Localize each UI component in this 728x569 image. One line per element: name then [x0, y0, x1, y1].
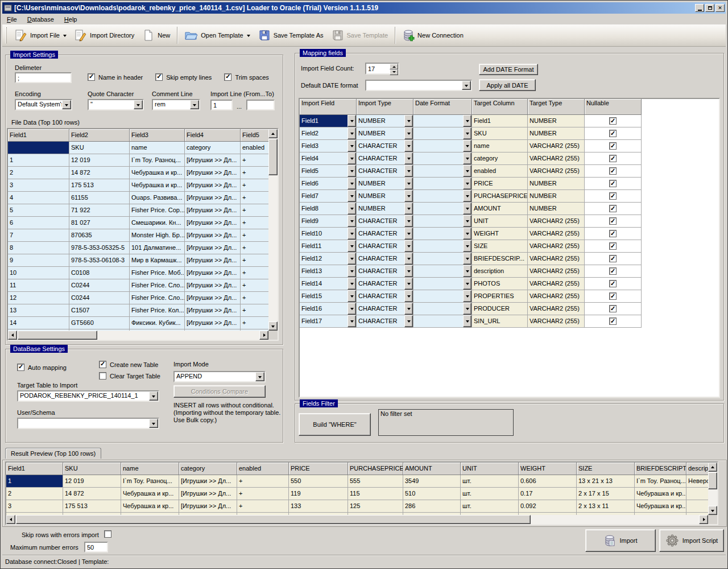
- grid-cell[interactable]: 0.606: [519, 475, 577, 488]
- target-type-cell[interactable]: VARCHAR2 (255): [528, 303, 585, 315]
- dropdown-button[interactable]: [463, 265, 471, 277]
- grid-cell[interactable]: 978-5-353-06108-3: [69, 254, 130, 267]
- scroll-thumb[interactable]: [16, 515, 531, 524]
- grid-cell[interactable]: +: [237, 475, 289, 488]
- grid-cell[interactable]: 550: [289, 475, 348, 488]
- dropdown-button[interactable]: [404, 127, 413, 139]
- grid-cell[interactable]: 1: [8, 154, 69, 167]
- import-script-button[interactable]: Import Script: [659, 529, 724, 552]
- name-in-header-checkbox[interactable]: [88, 73, 95, 81]
- grid-cell[interactable]: [Игрушки >> Дл...: [185, 317, 241, 329]
- import-field-combo[interactable]: Field14: [300, 278, 357, 290]
- build-where-button[interactable]: Build "WHERE": [299, 413, 371, 436]
- grid-cell[interactable]: Fisher Price. Сло...: [130, 292, 185, 304]
- nullable-checkbox[interactable]: [609, 142, 617, 150]
- nullable-checkbox[interactable]: [609, 318, 617, 325]
- tab-result-preview[interactable]: Result Preview (Top 100 rows): [5, 448, 101, 459]
- dropdown-button[interactable]: [404, 190, 413, 202]
- dropdown-button[interactable]: [463, 152, 471, 164]
- grid-cell[interactable]: 14: [8, 317, 69, 329]
- menu-file[interactable]: File: [6, 15, 22, 24]
- grid-cell[interactable]: I`m Toy. Разноц...: [130, 154, 185, 167]
- date-format-combo[interactable]: [413, 290, 472, 303]
- skip-empty-lines-checkbox[interactable]: [155, 73, 163, 81]
- toolbar-grip[interactable]: [5, 27, 7, 43]
- dropdown-button[interactable]: [348, 265, 356, 277]
- dropdown-button[interactable]: [404, 165, 413, 177]
- dropdown-button[interactable]: [404, 203, 413, 215]
- dropdown-button[interactable]: [348, 253, 356, 265]
- target-type-cell[interactable]: VARCHAR2 (255): [528, 278, 585, 290]
- grid-cell[interactable]: Невероя: [686, 475, 708, 488]
- grid-cell[interactable]: 2: [8, 167, 69, 179]
- import-line-to-input[interactable]: [246, 100, 275, 110]
- new-connection-button[interactable]: New Connection: [398, 27, 468, 43]
- grid-cell[interactable]: +: [241, 229, 268, 242]
- target-column-cell[interactable]: SIZE: [472, 240, 528, 253]
- scroll-left-button[interactable]: [6, 515, 15, 524]
- grid-cell[interactable]: Чебурашка и кр...: [635, 488, 686, 500]
- comment-line-select[interactable]: rem: [152, 99, 200, 110]
- apply-all-date-button[interactable]: Apply all DATE: [479, 79, 536, 91]
- dropdown-button[interactable]: [463, 278, 471, 290]
- target-type-cell[interactable]: VARCHAR2 (255): [528, 140, 585, 152]
- grid-cell[interactable]: 8: [8, 242, 69, 254]
- grid-cell[interactable]: шт.: [461, 500, 519, 513]
- grid-cell[interactable]: 14 872: [69, 167, 130, 179]
- import-field-combo[interactable]: Field6: [300, 178, 357, 190]
- dropdown-button[interactable]: [404, 278, 413, 290]
- target-column-cell[interactable]: PRICE: [472, 178, 528, 190]
- grid-cell[interactable]: +: [241, 304, 268, 317]
- grid-cell[interactable]: [Игрушки >> Дл...: [185, 154, 241, 167]
- import-mode-select[interactable]: APPEND: [173, 371, 266, 382]
- create-new-table-checkbox[interactable]: [99, 361, 106, 368]
- grid-cell[interactable]: [686, 500, 708, 513]
- target-column-cell[interactable]: AMOUNT: [472, 203, 528, 215]
- target-column-cell[interactable]: description: [472, 265, 528, 278]
- date-format-combo[interactable]: [413, 152, 472, 165]
- target-column-cell[interactable]: UNIT: [472, 215, 528, 228]
- grid-cell[interactable]: +: [241, 317, 268, 329]
- dropdown-button[interactable]: [348, 178, 356, 189]
- horizontal-scrollbar[interactable]: [8, 331, 268, 340]
- import-type-combo[interactable]: CHARACTER: [357, 253, 413, 265]
- import-directory-button[interactable]: Import Directory: [71, 27, 138, 43]
- grid-cell[interactable]: Чебурашка и кр...: [130, 179, 185, 192]
- grid-cell[interactable]: I`m Toy. Разноц...: [635, 475, 686, 488]
- grid-cell[interactable]: Чебурашка и кр...: [635, 500, 686, 513]
- import-type-combo[interactable]: CHARACTER: [357, 315, 413, 328]
- dropdown-button[interactable]: [404, 115, 413, 127]
- chevron-down-icon[interactable]: [62, 100, 71, 109]
- grid-cell[interactable]: Чебурашка и кр...: [121, 488, 179, 500]
- delimeter-input[interactable]: [15, 72, 72, 83]
- import-field-combo[interactable]: Field13: [300, 265, 357, 278]
- target-column-cell[interactable]: BRIEFDESCRIP...: [472, 253, 528, 265]
- import-type-combo[interactable]: NUMBER: [357, 127, 413, 140]
- grid-cell[interactable]: [Игрушки >> Дл...: [185, 304, 241, 317]
- grid-cell[interactable]: Fisher Price. Сло...: [130, 279, 185, 292]
- import-field-combo[interactable]: Field17: [300, 315, 357, 328]
- auto-mapping-checkbox[interactable]: [17, 364, 24, 371]
- dropdown-button[interactable]: [463, 203, 471, 215]
- dropdown-button[interactable]: [463, 127, 471, 139]
- default-date-format-select[interactable]: [365, 80, 472, 91]
- dropdown-button[interactable]: [463, 303, 471, 315]
- grid-cell[interactable]: 5: [8, 204, 69, 217]
- import-type-combo[interactable]: CHARACTER: [357, 152, 413, 165]
- import-type-combo[interactable]: CHARACTER: [357, 265, 413, 278]
- target-column-cell[interactable]: PRODUCER: [472, 303, 528, 315]
- dropdown-button[interactable]: [348, 303, 356, 315]
- target-type-cell[interactable]: VARCHAR2 (255): [528, 265, 585, 278]
- import-type-combo[interactable]: NUMBER: [357, 178, 413, 190]
- grid-cell[interactable]: 3: [8, 179, 69, 192]
- grid-cell[interactable]: +: [241, 179, 268, 192]
- import-field-combo[interactable]: Field3: [300, 140, 357, 152]
- close-button[interactable]: ✕: [715, 4, 725, 12]
- date-format-combo[interactable]: [413, 140, 472, 152]
- grid-cell[interactable]: 13: [8, 304, 69, 317]
- grid-cell[interactable]: Fisher Price. Моб...: [130, 267, 185, 279]
- nullable-checkbox[interactable]: [609, 292, 617, 300]
- grid-cell[interactable]: 11: [8, 279, 69, 292]
- import-type-combo[interactable]: CHARACTER: [357, 290, 413, 303]
- target-type-cell[interactable]: VARCHAR2 (255): [528, 215, 585, 228]
